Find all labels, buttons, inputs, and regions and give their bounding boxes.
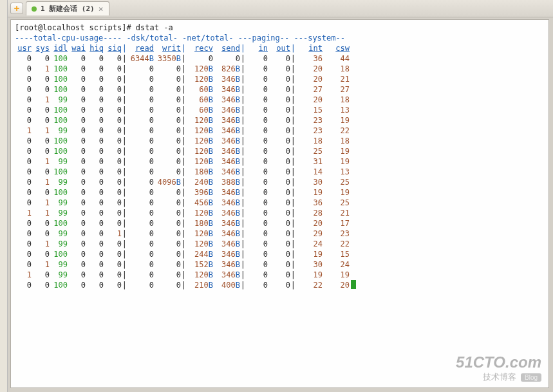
cell-send: 346B <box>213 229 240 239</box>
cell-sys: 0 <box>32 105 50 115</box>
cell-send: 826B <box>213 64 240 74</box>
cell-read: 0 <box>127 280 154 290</box>
cell-writ: 0 <box>154 105 181 115</box>
cell-sys: 0 <box>32 53 50 64</box>
cell-send: 346B <box>213 259 240 270</box>
cell-out: 0 <box>268 270 290 280</box>
table-row: 1199000|00|120B346B|00|2821 <box>15 208 545 218</box>
cell-in: 0 <box>245 167 268 177</box>
cell-in: 0 <box>245 105 268 115</box>
cursor-icon <box>351 280 356 289</box>
cell-out: 0 <box>268 177 290 187</box>
cell-read: 0 <box>127 146 154 156</box>
cell-read: 0 <box>127 64 154 74</box>
cell-usr: 1 <box>15 270 32 280</box>
cell-siq: 0 <box>104 136 122 146</box>
cell-writ: 0 <box>154 280 181 290</box>
cell-out: 0 <box>268 53 290 64</box>
terminal-output[interactable]: [root@localhost scripts]# dstat -a ----t… <box>10 19 549 388</box>
cell-wai: 0 <box>68 177 86 187</box>
cell-siq: 0 <box>104 53 122 64</box>
cell-wai: 0 <box>68 218 86 229</box>
table-row: 0199000|00|152B346B|00|3024 <box>15 259 545 270</box>
cell-siq: 0 <box>104 146 122 156</box>
cell-csw: 19 <box>323 146 350 156</box>
cell-idl: 99 <box>50 239 68 249</box>
cell-hiq: 0 <box>86 259 104 270</box>
close-icon[interactable]: × <box>98 4 104 14</box>
cell-recv: 210B <box>186 280 213 290</box>
cell-csw: 19 <box>323 187 350 198</box>
cell-writ: 0 <box>154 126 181 136</box>
cell-recv: 120B <box>186 146 213 156</box>
cell-send: 400B <box>213 280 240 290</box>
table-row: 0099001|00|120B346B|00|2923 <box>15 229 545 239</box>
col-sys: sys <box>32 43 50 53</box>
cell-recv: 456B <box>186 198 213 208</box>
watermark: 51CTO.com 技术博客 Blog <box>456 353 541 383</box>
cell-hiq: 0 <box>86 270 104 280</box>
cell-csw: 22 <box>323 239 350 249</box>
cell-recv: 180B <box>186 218 213 229</box>
cell-wai: 0 <box>68 105 86 115</box>
cell-read: 0 <box>127 74 154 84</box>
cell-out: 0 <box>268 167 290 177</box>
cell-writ: 0 <box>154 74 181 84</box>
tab-session[interactable]: 1 新建会话 (2) × <box>26 1 109 15</box>
cell-int: 36 <box>295 53 323 64</box>
cell-send: 346B <box>213 136 240 146</box>
cell-siq: 0 <box>104 280 122 290</box>
cell-int: 15 <box>295 105 323 115</box>
cell-int: 23 <box>295 115 323 126</box>
cell-siq: 0 <box>104 126 122 136</box>
cell-siq: 0 <box>104 270 122 280</box>
cell-in: 0 <box>245 270 268 280</box>
cell-siq: 0 <box>104 239 122 249</box>
cell-in: 0 <box>245 74 268 84</box>
table-row: 00100000|00|60B346B|00|1513 <box>15 105 545 115</box>
cell-csw: 13 <box>323 105 350 115</box>
cell-in: 0 <box>245 64 268 74</box>
cell-hiq: 0 <box>86 249 104 259</box>
tab-bar: + 1 新建会话 (2) × <box>8 0 553 17</box>
cell-idl: 99 <box>50 177 68 187</box>
cell-usr: 0 <box>15 249 32 259</box>
cell-writ: 0 <box>154 95 181 105</box>
cell-sys: 0 <box>32 84 50 95</box>
cell-wai: 0 <box>68 136 86 146</box>
cell-writ: 0 <box>154 187 181 198</box>
cell-siq: 0 <box>104 208 122 218</box>
cell-in: 0 <box>245 198 268 208</box>
cell-csw: 18 <box>323 95 350 105</box>
table-row: 0199000|00|120B346B|00|3119 <box>15 156 545 167</box>
cell-usr: 0 <box>15 187 32 198</box>
cell-read: 0 <box>127 84 154 95</box>
add-tab-button[interactable]: + <box>10 3 23 14</box>
cell-recv: 120B <box>186 208 213 218</box>
cell-idl: 100 <box>50 105 68 115</box>
cell-wai: 0 <box>68 146 86 156</box>
cell-send: 346B <box>213 239 240 249</box>
cell-idl: 100 <box>50 187 68 198</box>
cell-hiq: 0 <box>86 105 104 115</box>
cell-send: 346B <box>213 167 240 177</box>
cell-usr: 0 <box>15 105 32 115</box>
cell-wai: 0 <box>68 53 86 64</box>
cell-in: 0 <box>245 53 268 64</box>
cell-wai: 0 <box>68 156 86 167</box>
cell-usr: 0 <box>15 95 32 105</box>
cell-siq: 0 <box>104 187 122 198</box>
cell-sys: 1 <box>32 259 50 270</box>
cell-int: 25 <box>295 146 323 156</box>
cell-read: 0 <box>127 249 154 259</box>
cell-int: 23 <box>295 126 323 136</box>
cell-csw: 25 <box>323 198 350 208</box>
cell-recv: 244B <box>186 249 213 259</box>
cell-wai: 0 <box>68 74 86 84</box>
cell-idl: 100 <box>50 280 68 290</box>
cell-idl: 100 <box>50 136 68 146</box>
cell-out: 0 <box>268 115 290 126</box>
table-row: 0199000|04096B|240B388B|00|3025 <box>15 177 545 187</box>
table-row: 00100000|00|120B346B|00|1818 <box>15 136 545 146</box>
cell-sys: 0 <box>32 136 50 146</box>
